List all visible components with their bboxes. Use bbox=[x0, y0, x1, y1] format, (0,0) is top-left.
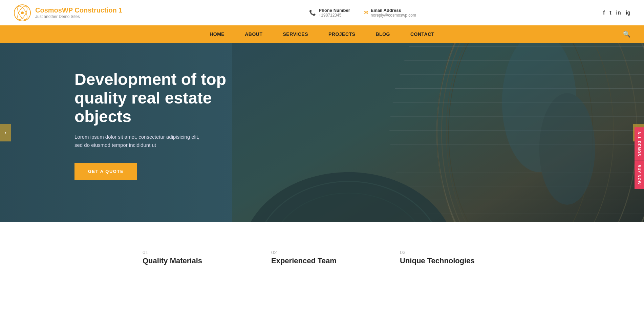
nav-about[interactable]: ABOUT bbox=[235, 25, 273, 43]
nav-services[interactable]: SERVICES bbox=[273, 25, 318, 43]
feature-number-1: 01 bbox=[143, 249, 244, 255]
hero-title: Development of top quality real estate o… bbox=[74, 70, 237, 126]
hero-description: Lorem ipsum dolor sit amet, consectetur … bbox=[74, 133, 237, 149]
email-value: noreply@cosmoswp.com bbox=[371, 13, 416, 18]
nav-projects[interactable]: PROJECTS bbox=[318, 25, 365, 43]
phone-icon: 📞 bbox=[309, 9, 316, 16]
search-icon[interactable]: 🔍 bbox=[623, 30, 630, 38]
social-icons: f t in ig bbox=[603, 10, 630, 16]
side-buttons: ALL DEMOS BUY NOW bbox=[635, 127, 644, 189]
logo-area[interactable]: CosmosWP Construction 1 Just another Dem… bbox=[14, 4, 122, 22]
email-icon: ✉ bbox=[364, 9, 368, 16]
phone-label: Phone Number bbox=[319, 8, 350, 13]
email-label: Email Address bbox=[371, 8, 416, 13]
twitter-icon[interactable]: t bbox=[609, 10, 611, 16]
svg-point-3 bbox=[21, 12, 24, 14]
nav-blog[interactable]: BLOG bbox=[365, 25, 400, 43]
feature-number-2: 02 bbox=[271, 249, 373, 255]
all-demos-button[interactable]: ALL DEMOS bbox=[635, 127, 644, 160]
hero-content: Development of top quality real estate o… bbox=[0, 43, 237, 180]
contact-info: 📞 Phone Number +198712345 ✉ Email Addres… bbox=[309, 8, 416, 18]
email-contact: ✉ Email Address noreply@cosmoswp.com bbox=[364, 8, 416, 18]
logo-icon bbox=[14, 4, 31, 22]
facebook-icon[interactable]: f bbox=[603, 10, 605, 16]
phone-value: +198712345 bbox=[319, 13, 350, 18]
slider-prev-button[interactable]: ‹ bbox=[0, 124, 11, 141]
feature-number-3: 03 bbox=[400, 249, 501, 255]
nav-bar: HOME ABOUT SERVICES PROJECTS BLOG CONTAC… bbox=[0, 25, 644, 43]
features-section: 01 Quality Materials 02 Experienced Team… bbox=[0, 222, 644, 286]
site-subtitle: Just another Demo Sites bbox=[35, 14, 122, 19]
nav-contact[interactable]: CONTACT bbox=[400, 25, 445, 43]
instagram-icon[interactable]: ig bbox=[626, 10, 630, 16]
hero-slider: Development of top quality real estate o… bbox=[0, 43, 644, 222]
feature-item-1: 01 Quality Materials bbox=[129, 243, 258, 272]
feature-item-3: 03 Unique Technologies bbox=[386, 243, 515, 272]
feature-title-2: Experienced Team bbox=[271, 256, 373, 265]
feature-title-3: Unique Technologies bbox=[400, 256, 501, 265]
get-quote-button[interactable]: GET A QUOTE bbox=[74, 163, 137, 180]
buy-now-button[interactable]: BUY NOW bbox=[635, 160, 644, 189]
linkedin-icon[interactable]: in bbox=[616, 10, 621, 16]
nav-home[interactable]: HOME bbox=[199, 25, 235, 43]
top-header: CosmosWP Construction 1 Just another Dem… bbox=[0, 0, 644, 25]
feature-item-2: 02 Experienced Team bbox=[258, 243, 386, 272]
feature-title-1: Quality Materials bbox=[143, 256, 244, 265]
phone-contact: 📞 Phone Number +198712345 bbox=[309, 8, 350, 18]
site-title: CosmosWP Construction 1 bbox=[35, 6, 122, 14]
nav-items: HOME ABOUT SERVICES PROJECTS BLOG CONTAC… bbox=[199, 25, 445, 43]
